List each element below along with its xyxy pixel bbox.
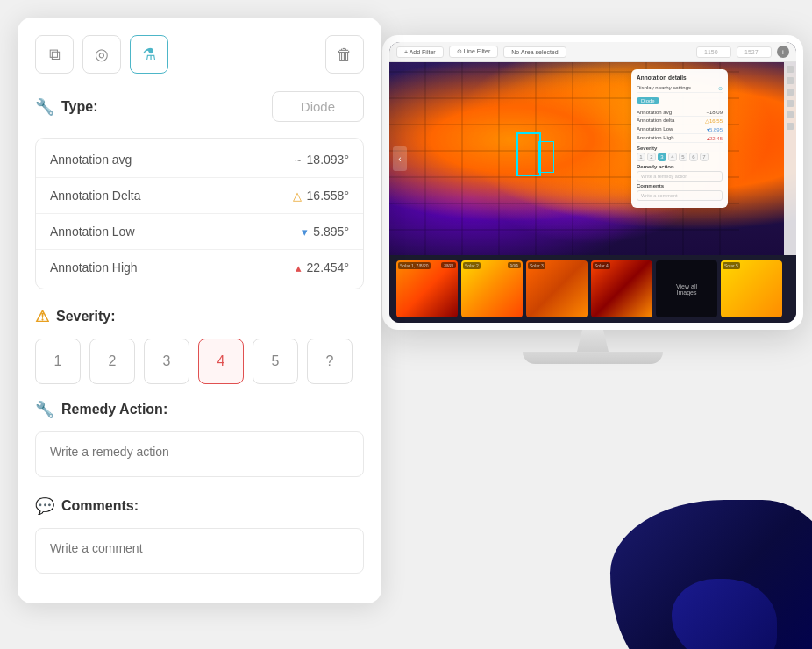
severity-3-button[interactable]: 3 — [144, 339, 189, 384]
severity-label: Severity: — [56, 309, 116, 324]
annotation-high-label: Annotation High — [50, 260, 296, 275]
strip-icon-4[interactable] — [787, 100, 794, 107]
thumbnail-5-label: Solar 5 — [723, 262, 740, 269]
detail-high-label: Annotation High — [637, 135, 674, 141]
severity-5-label: 5 — [272, 353, 280, 369]
annotation-row: Annotation Delta △ 16.558° — [36, 178, 363, 214]
severity-unknown-button[interactable]: ? — [307, 339, 353, 384]
thumbnail-2[interactable]: Solar 2 5/9/5 — [461, 260, 523, 317]
detail-low-label: Annotation Low — [637, 126, 673, 132]
remedy-wrench-icon: 🔧 — [35, 400, 54, 419]
temperature-button[interactable]: ⚗ — [130, 35, 168, 74]
comment-textarea[interactable] — [35, 528, 364, 574]
temperature-icon: ⚗ — [142, 45, 156, 64]
annotation-delta-label: Annotation Delta — [50, 189, 293, 203]
thumbnail-2-label: Solar 2 — [463, 262, 481, 269]
severity-1-button[interactable]: 1 — [35, 339, 81, 384]
delete-button[interactable]: 🗑 — [325, 35, 364, 74]
severity-1-label: 1 — [54, 353, 62, 369]
detail-row-high: Annotation High ▴22.45 — [637, 134, 723, 143]
monitor-screen: + Add Filter ⊙ Line Filter No Area selec… — [382, 35, 803, 330]
detail-avg-label: Annotation avg — [637, 110, 672, 115]
prev-arrow-button[interactable]: ‹ — [393, 146, 407, 171]
detail-panel-title: Annotation details — [637, 75, 723, 81]
severity-5-button[interactable]: 5 — [253, 339, 298, 384]
detail-row: Display nearby settings ⊙ — [637, 84, 723, 93]
annotation-detail-panel: Annotation details Display nearby settin… — [631, 69, 728, 208]
thumbnail-view-all[interactable]: View all Images — [656, 260, 717, 317]
annotation-low-value: ▾ 5.895° — [302, 225, 349, 239]
severity-2-button[interactable]: 2 — [89, 339, 135, 384]
down-arrow-icon: ▾ — [302, 225, 308, 239]
severity-3-label: 3 — [163, 353, 171, 369]
severity-mini-4[interactable]: 4 — [668, 153, 677, 161]
thumbnail-3-label: Solar 3 — [528, 262, 545, 269]
warning-icon: ⚠ — [35, 307, 49, 326]
severity-4-label: 4 — [217, 353, 225, 369]
strip-icon-3[interactable] — [787, 89, 794, 96]
detail-row-delta: Annotation delta △16.55 — [637, 117, 723, 125]
monitor-tab-add-filter[interactable]: + Add Filter — [396, 46, 444, 58]
remedy-textarea[interactable] — [35, 431, 364, 477]
type-label: 🔧 Type: — [35, 97, 97, 117]
severity-mini-label: Severity — [637, 146, 723, 151]
severity-mini-2[interactable]: 2 — [647, 153, 656, 161]
comments-title: 💬 Comments: — [35, 496, 364, 516]
severity-mini-7[interactable]: 7 — [700, 153, 709, 161]
thumbnail-4[interactable]: Solar 4 — [591, 260, 652, 317]
remedy-mini-input[interactable]: Write a remedy action — [637, 171, 723, 182]
detail-avg-value: ~18.09 — [706, 110, 723, 115]
remedy-section: 🔧 Remedy Action: — [35, 400, 364, 481]
strip-icon-1[interactable] — [787, 66, 794, 73]
severity-mini-buttons: 1 2 3 4 5 6 7 — [637, 153, 723, 161]
delete-icon: 🗑 — [337, 46, 353, 64]
severity-mini-1[interactable]: 1 — [637, 153, 645, 161]
monitor-stand — [382, 330, 803, 364]
view-all-text: View all Images — [672, 283, 702, 296]
severity-unknown-label: ? — [326, 353, 334, 369]
strip-icon-5[interactable] — [787, 111, 794, 118]
annotation-row: Annotation Low ▾ 5.895° — [36, 214, 363, 250]
display-nearby-label: Display nearby settings — [637, 85, 691, 91]
type-value: Diode — [272, 91, 364, 122]
type-row: 🔧 Type: Diode — [35, 91, 364, 122]
annotation-panel: ⧉ ◎ ⚗ 🗑 🔧 Type: Diode Annotation avg ~ 1… — [18, 18, 381, 603]
comments-mini-label: Comments — [637, 183, 723, 189]
severity-mini-5[interactable]: 5 — [679, 153, 687, 161]
monitor-container: + Add Filter ⊙ Line Filter No Area selec… — [382, 35, 803, 364]
location-button[interactable]: ◎ — [82, 35, 121, 74]
annotation-marker-1 — [516, 132, 541, 176]
severity-mini-3[interactable]: 3 — [658, 153, 666, 161]
severity-title: ⚠ Severity: — [35, 307, 364, 326]
monitor-toolbar: + Add Filter ⊙ Line Filter No Area selec… — [389, 42, 796, 62]
display-nearby-toggle[interactable]: ⊙ — [718, 85, 723, 91]
wrench-icon: 🔧 — [35, 97, 54, 117]
comments-mini-input[interactable]: Write a comment — [637, 190, 723, 201]
up-arrow-icon: ▴ — [296, 261, 302, 275]
thumbnails-strip: Solar 1, 7/8/20 7/8/20 Solar 2 5/9/5 Sol… — [389, 255, 796, 323]
remedy-title: 🔧 Remedy Action: — [35, 400, 364, 419]
type-badge-container: Diode — [637, 96, 723, 106]
right-icon-strip — [784, 62, 796, 255]
severity-mini-6[interactable]: 6 — [689, 153, 698, 161]
monitor-base — [523, 352, 663, 364]
thumbnail-1[interactable]: Solar 1, 7/8/20 7/8/20 — [396, 260, 458, 317]
detail-low-value: ▾5.895 — [707, 126, 723, 132]
thumbnail-5[interactable]: Solar 5 — [721, 260, 782, 317]
copy-button[interactable]: ⧉ — [35, 35, 74, 74]
severity-4-button[interactable]: 4 — [198, 339, 244, 384]
monitor-input-1[interactable]: 1150 — [696, 46, 731, 58]
detail-row-avg: Annotation avg ~18.09 — [637, 109, 723, 117]
annotation-marker-2 — [538, 141, 554, 173]
monitor-tab-line-filter[interactable]: ⊙ Line Filter — [449, 46, 499, 58]
monitor-input-2[interactable]: 1527 — [737, 46, 772, 58]
type-badge: Diode — [637, 97, 659, 104]
thermal-image: ‹ Annotation details Display nearby sett… — [389, 62, 796, 255]
strip-icon-6[interactable] — [787, 123, 794, 130]
monitor-tab-no-area[interactable]: No Area selected — [503, 46, 566, 58]
detail-delta-label: Annotation delta — [637, 118, 674, 124]
toolbar-icons: ⧉ ◎ ⚗ — [35, 35, 168, 74]
severity-section: ⚠ Severity: 1 2 3 4 5 ? — [35, 307, 364, 384]
strip-icon-2[interactable] — [787, 77, 794, 84]
thumbnail-3[interactable]: Solar 3 — [526, 260, 588, 317]
